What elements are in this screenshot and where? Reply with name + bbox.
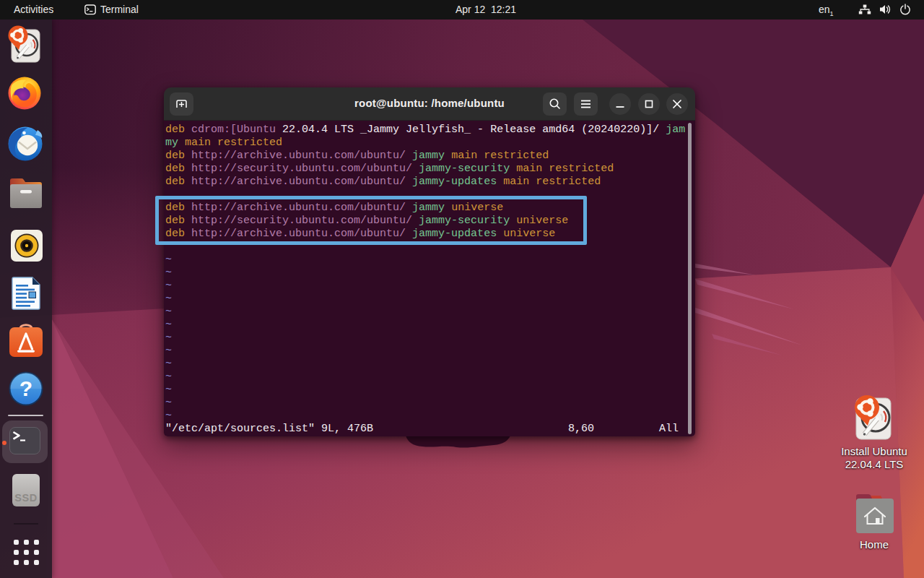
svg-text:SSD: SSD [14,492,37,504]
svg-text:?: ? [19,376,32,400]
